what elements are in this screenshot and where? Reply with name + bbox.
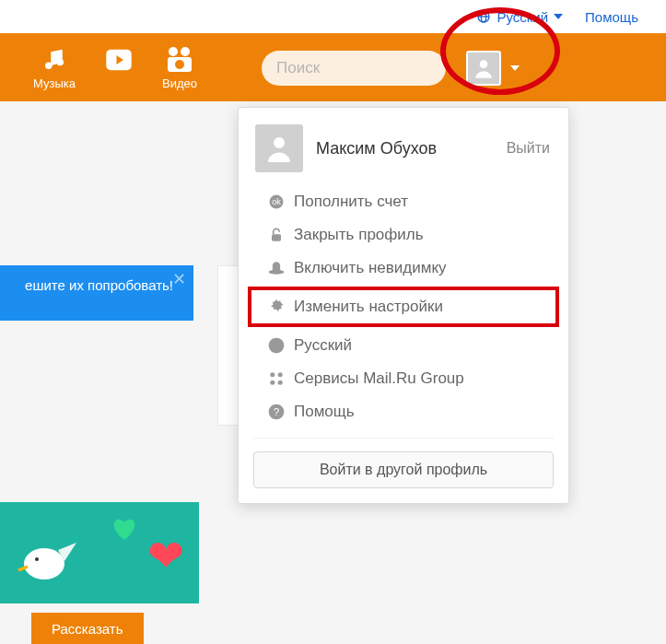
avatar: [255, 124, 303, 172]
coin-icon: ok: [266, 192, 286, 212]
banner-text: ешите их попробовать!: [25, 277, 173, 293]
lock-icon: [266, 225, 286, 245]
chevron-down-icon: [510, 65, 520, 71]
nav-music[interactable]: Музыка: [33, 45, 76, 90]
svg-text:?: ?: [274, 405, 280, 417]
svg-point-12: [480, 60, 488, 68]
svg-text:ok: ok: [272, 197, 281, 206]
profile-menu-trigger[interactable]: [466, 50, 520, 87]
promo-card: ❤: [0, 502, 199, 603]
language-picker[interactable]: Русский: [476, 9, 563, 25]
profile-dropdown: Максим Обухов Выйти ok Пополнить счет За…: [238, 107, 569, 504]
promo-banner: ✕ ешите их попробовать!: [0, 265, 193, 321]
top-util-bar: Русский Помощь: [0, 0, 666, 33]
logout-link[interactable]: Выйти: [507, 140, 550, 157]
svg-rect-16: [272, 234, 281, 240]
divider: [253, 438, 554, 439]
menu-item-invisible[interactable]: Включить невидимку: [239, 252, 568, 285]
play-icon: [105, 45, 133, 75]
nav-play-label: [117, 76, 121, 90]
menu-item-lock-profile[interactable]: Закрыть профиль: [239, 218, 568, 252]
menu-item-services[interactable]: Сервисы Mail.Ru Group: [239, 362, 568, 395]
language-label: Русский: [497, 9, 548, 25]
menu-item-help[interactable]: ? Помощь: [239, 395, 568, 428]
svg-point-24: [270, 381, 275, 385]
tell-button[interactable]: Рассказать: [31, 613, 144, 644]
svg-point-25: [278, 381, 283, 385]
avatar: [466, 51, 501, 86]
bird-icon: [17, 532, 81, 591]
svg-point-7: [181, 47, 190, 56]
question-icon: ?: [266, 402, 286, 422]
nav-music-label: Музыка: [33, 76, 76, 90]
svg-point-22: [270, 372, 275, 377]
chevron-down-icon: [554, 14, 563, 19]
svg-point-28: [24, 548, 64, 580]
svg-point-3: [45, 62, 53, 69]
svg-point-29: [35, 557, 39, 561]
gear-icon: [266, 297, 286, 317]
menu-item-label: Включить невидимку: [294, 259, 447, 277]
heart-icon: [111, 515, 138, 543]
nav-play[interactable]: [105, 45, 133, 90]
menu-item-label: Помощь: [294, 403, 355, 421]
username-label: Максим Обухов: [316, 139, 494, 158]
menu-item-topup[interactable]: ok Пополнить счет: [239, 185, 568, 218]
nav-video-label: Видео: [162, 76, 197, 90]
heart-icon: ❤: [147, 530, 184, 581]
music-icon: [41, 45, 68, 75]
video-icon: [165, 45, 194, 75]
menu-item-label: Сервисы Mail.Ru Group: [294, 369, 464, 388]
menu-item-label: Пополнить счет: [294, 193, 408, 211]
globe-icon: [476, 9, 491, 24]
menu-item-settings[interactable]: Изменить настройки: [248, 287, 559, 327]
dropdown-header: Максим Обухов Выйти: [239, 108, 568, 185]
search-box[interactable]: [262, 51, 446, 86]
button-label: Рассказать: [52, 621, 123, 637]
other-profile-button[interactable]: Войти в другой профиль: [253, 451, 554, 488]
hat-icon: [266, 258, 286, 278]
search-input[interactable]: [276, 59, 472, 77]
menu-item-label: Русский: [294, 336, 352, 355]
svg-point-13: [274, 137, 285, 148]
menu-item-label: Изменить настройки: [294, 298, 443, 316]
globe-icon: [266, 335, 286, 356]
menu-item-label: Закрыть профиль: [294, 226, 424, 244]
svg-point-9: [175, 60, 184, 69]
main-header: Музыка Видео: [0, 33, 666, 101]
menu-item-language[interactable]: Русский: [239, 329, 568, 362]
nav-video[interactable]: Видео: [162, 45, 197, 90]
svg-point-4: [56, 58, 64, 65]
svg-point-6: [169, 47, 178, 56]
help-link[interactable]: Помощь: [585, 9, 638, 25]
grid-icon: [266, 369, 286, 389]
svg-point-23: [278, 372, 283, 377]
close-icon[interactable]: ✕: [172, 269, 186, 290]
button-label: Войти в другой профиль: [320, 462, 487, 478]
